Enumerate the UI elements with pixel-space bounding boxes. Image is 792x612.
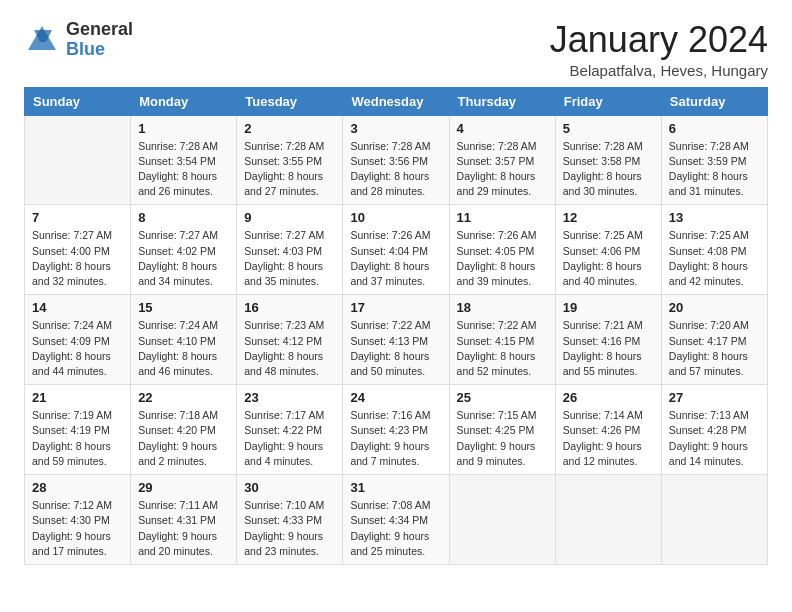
calendar-day-cell: 22Sunrise: 7:18 AMSunset: 4:20 PMDayligh… xyxy=(131,385,237,475)
calendar-day-cell: 15Sunrise: 7:24 AMSunset: 4:10 PMDayligh… xyxy=(131,295,237,385)
calendar-day-cell: 3Sunrise: 7:28 AMSunset: 3:56 PMDaylight… xyxy=(343,115,449,205)
day-number: 22 xyxy=(138,390,229,405)
day-number: 27 xyxy=(669,390,760,405)
calendar-day-cell: 9Sunrise: 7:27 AMSunset: 4:03 PMDaylight… xyxy=(237,205,343,295)
weekday-header-row: SundayMondayTuesdayWednesdayThursdayFrid… xyxy=(25,87,768,115)
calendar-day-cell: 18Sunrise: 7:22 AMSunset: 4:15 PMDayligh… xyxy=(449,295,555,385)
calendar-day-cell xyxy=(555,475,661,565)
day-info: Sunrise: 7:08 AMSunset: 4:34 PMDaylight:… xyxy=(350,498,441,559)
day-info: Sunrise: 7:27 AMSunset: 4:03 PMDaylight:… xyxy=(244,228,335,289)
calendar-day-cell xyxy=(449,475,555,565)
calendar-day-cell: 12Sunrise: 7:25 AMSunset: 4:06 PMDayligh… xyxy=(555,205,661,295)
calendar-day-cell: 7Sunrise: 7:27 AMSunset: 4:00 PMDaylight… xyxy=(25,205,131,295)
day-number: 14 xyxy=(32,300,123,315)
day-info: Sunrise: 7:22 AMSunset: 4:15 PMDaylight:… xyxy=(457,318,548,379)
calendar-day-cell: 30Sunrise: 7:10 AMSunset: 4:33 PMDayligh… xyxy=(237,475,343,565)
day-info: Sunrise: 7:20 AMSunset: 4:17 PMDaylight:… xyxy=(669,318,760,379)
calendar-day-cell: 16Sunrise: 7:23 AMSunset: 4:12 PMDayligh… xyxy=(237,295,343,385)
logo-blue: Blue xyxy=(66,39,105,59)
day-info: Sunrise: 7:17 AMSunset: 4:22 PMDaylight:… xyxy=(244,408,335,469)
calendar-day-cell: 1Sunrise: 7:28 AMSunset: 3:54 PMDaylight… xyxy=(131,115,237,205)
day-number: 2 xyxy=(244,121,335,136)
calendar-day-cell: 5Sunrise: 7:28 AMSunset: 3:58 PMDaylight… xyxy=(555,115,661,205)
day-info: Sunrise: 7:23 AMSunset: 4:12 PMDaylight:… xyxy=(244,318,335,379)
calendar-day-cell: 31Sunrise: 7:08 AMSunset: 4:34 PMDayligh… xyxy=(343,475,449,565)
day-number: 7 xyxy=(32,210,123,225)
day-number: 21 xyxy=(32,390,123,405)
day-info: Sunrise: 7:16 AMSunset: 4:23 PMDaylight:… xyxy=(350,408,441,469)
day-info: Sunrise: 7:14 AMSunset: 4:26 PMDaylight:… xyxy=(563,408,654,469)
calendar-day-cell: 20Sunrise: 7:20 AMSunset: 4:17 PMDayligh… xyxy=(661,295,767,385)
weekday-header-friday: Friday xyxy=(555,87,661,115)
day-number: 1 xyxy=(138,121,229,136)
day-number: 19 xyxy=(563,300,654,315)
day-number: 16 xyxy=(244,300,335,315)
day-info: Sunrise: 7:25 AMSunset: 4:06 PMDaylight:… xyxy=(563,228,654,289)
day-info: Sunrise: 7:22 AMSunset: 4:13 PMDaylight:… xyxy=(350,318,441,379)
calendar-day-cell: 6Sunrise: 7:28 AMSunset: 3:59 PMDaylight… xyxy=(661,115,767,205)
day-info: Sunrise: 7:26 AMSunset: 4:05 PMDaylight:… xyxy=(457,228,548,289)
calendar-day-cell: 11Sunrise: 7:26 AMSunset: 4:05 PMDayligh… xyxy=(449,205,555,295)
day-info: Sunrise: 7:11 AMSunset: 4:31 PMDaylight:… xyxy=(138,498,229,559)
calendar-week-row: 28Sunrise: 7:12 AMSunset: 4:30 PMDayligh… xyxy=(25,475,768,565)
weekday-header-thursday: Thursday xyxy=(449,87,555,115)
weekday-header-monday: Monday xyxy=(131,87,237,115)
logo-general: General xyxy=(66,19,133,39)
day-info: Sunrise: 7:28 AMSunset: 3:56 PMDaylight:… xyxy=(350,139,441,200)
day-number: 26 xyxy=(563,390,654,405)
calendar-day-cell: 10Sunrise: 7:26 AMSunset: 4:04 PMDayligh… xyxy=(343,205,449,295)
calendar-week-row: 1Sunrise: 7:28 AMSunset: 3:54 PMDaylight… xyxy=(25,115,768,205)
weekday-header-wednesday: Wednesday xyxy=(343,87,449,115)
day-number: 17 xyxy=(350,300,441,315)
calendar-day-cell: 29Sunrise: 7:11 AMSunset: 4:31 PMDayligh… xyxy=(131,475,237,565)
calendar-day-cell: 14Sunrise: 7:24 AMSunset: 4:09 PMDayligh… xyxy=(25,295,131,385)
day-info: Sunrise: 7:15 AMSunset: 4:25 PMDaylight:… xyxy=(457,408,548,469)
weekday-header-sunday: Sunday xyxy=(25,87,131,115)
calendar-day-cell: 24Sunrise: 7:16 AMSunset: 4:23 PMDayligh… xyxy=(343,385,449,475)
day-number: 4 xyxy=(457,121,548,136)
day-number: 23 xyxy=(244,390,335,405)
calendar-day-cell: 4Sunrise: 7:28 AMSunset: 3:57 PMDaylight… xyxy=(449,115,555,205)
calendar-week-row: 21Sunrise: 7:19 AMSunset: 4:19 PMDayligh… xyxy=(25,385,768,475)
page-header: General Blue January 2024 Belapatfalva, … xyxy=(24,20,768,79)
day-number: 31 xyxy=(350,480,441,495)
day-info: Sunrise: 7:25 AMSunset: 4:08 PMDaylight:… xyxy=(669,228,760,289)
calendar-day-cell: 23Sunrise: 7:17 AMSunset: 4:22 PMDayligh… xyxy=(237,385,343,475)
day-number: 11 xyxy=(457,210,548,225)
day-number: 3 xyxy=(350,121,441,136)
day-number: 28 xyxy=(32,480,123,495)
calendar-day-cell: 2Sunrise: 7:28 AMSunset: 3:55 PMDaylight… xyxy=(237,115,343,205)
title-area: January 2024 Belapatfalva, Heves, Hungar… xyxy=(550,20,768,79)
day-number: 25 xyxy=(457,390,548,405)
day-number: 30 xyxy=(244,480,335,495)
logo-text: General Blue xyxy=(66,20,133,60)
location-title: Belapatfalva, Heves, Hungary xyxy=(550,62,768,79)
month-title: January 2024 xyxy=(550,20,768,60)
day-info: Sunrise: 7:26 AMSunset: 4:04 PMDaylight:… xyxy=(350,228,441,289)
day-info: Sunrise: 7:28 AMSunset: 3:54 PMDaylight:… xyxy=(138,139,229,200)
calendar-day-cell: 8Sunrise: 7:27 AMSunset: 4:02 PMDaylight… xyxy=(131,205,237,295)
day-number: 18 xyxy=(457,300,548,315)
day-number: 9 xyxy=(244,210,335,225)
day-info: Sunrise: 7:28 AMSunset: 3:55 PMDaylight:… xyxy=(244,139,335,200)
day-info: Sunrise: 7:27 AMSunset: 4:02 PMDaylight:… xyxy=(138,228,229,289)
day-info: Sunrise: 7:18 AMSunset: 4:20 PMDaylight:… xyxy=(138,408,229,469)
calendar-day-cell: 26Sunrise: 7:14 AMSunset: 4:26 PMDayligh… xyxy=(555,385,661,475)
day-info: Sunrise: 7:28 AMSunset: 3:59 PMDaylight:… xyxy=(669,139,760,200)
day-number: 15 xyxy=(138,300,229,315)
calendar-day-cell: 28Sunrise: 7:12 AMSunset: 4:30 PMDayligh… xyxy=(25,475,131,565)
calendar-day-cell: 25Sunrise: 7:15 AMSunset: 4:25 PMDayligh… xyxy=(449,385,555,475)
day-info: Sunrise: 7:19 AMSunset: 4:19 PMDaylight:… xyxy=(32,408,123,469)
day-number: 20 xyxy=(669,300,760,315)
day-number: 12 xyxy=(563,210,654,225)
day-info: Sunrise: 7:24 AMSunset: 4:10 PMDaylight:… xyxy=(138,318,229,379)
day-info: Sunrise: 7:12 AMSunset: 4:30 PMDaylight:… xyxy=(32,498,123,559)
calendar-day-cell: 27Sunrise: 7:13 AMSunset: 4:28 PMDayligh… xyxy=(661,385,767,475)
day-number: 8 xyxy=(138,210,229,225)
day-number: 6 xyxy=(669,121,760,136)
weekday-header-saturday: Saturday xyxy=(661,87,767,115)
day-number: 5 xyxy=(563,121,654,136)
logo-icon xyxy=(24,22,60,58)
day-number: 10 xyxy=(350,210,441,225)
logo: General Blue xyxy=(24,20,133,62)
